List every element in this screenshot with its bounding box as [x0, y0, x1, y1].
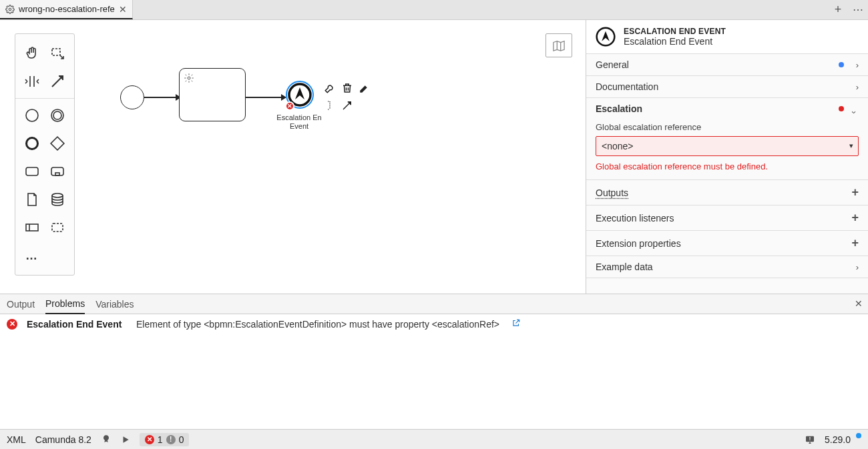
- escalation-icon: [596, 27, 616, 47]
- wrench-icon[interactable]: [323, 81, 337, 95]
- tab-title: wrong-no-escalation-refe: [19, 4, 115, 14]
- start-event-tool[interactable]: [22, 105, 42, 125]
- color-icon[interactable]: [358, 81, 371, 95]
- connect-icon[interactable]: [341, 99, 354, 112]
- view-xml[interactable]: XML: [7, 434, 26, 445]
- element-type: ESCALATION END EVENT: [624, 27, 726, 36]
- trash-icon[interactable]: [341, 81, 354, 95]
- close-icon[interactable]: ✕: [119, 4, 127, 15]
- section-extension-properties[interactable]: Extension properties +: [586, 231, 868, 256]
- chevron-right-icon: ›: [849, 82, 859, 92]
- deploy-button[interactable]: [101, 434, 112, 445]
- service-task[interactable]: [179, 68, 246, 121]
- end-event-tool[interactable]: [22, 133, 42, 153]
- sequence-flow-2[interactable]: [246, 97, 286, 98]
- error-dot: [839, 106, 844, 111]
- problem-row[interactable]: ✕ Escalation End Event Element of type <…: [0, 314, 868, 334]
- gear-icon: [5, 5, 15, 14]
- warning-icon: !: [166, 435, 176, 444]
- error-icon: ✕: [145, 435, 154, 444]
- problem-element-name: Escalation End Event: [27, 319, 127, 330]
- intermediate-event-tool[interactable]: [47, 105, 67, 125]
- space-tool[interactable]: [22, 71, 42, 91]
- section-execution-listeners[interactable]: Execution listeners +: [586, 205, 868, 230]
- error-badge-icon: ✕: [285, 101, 294, 111]
- tab-output[interactable]: Output: [7, 299, 35, 310]
- section-documentation[interactable]: Documentation ›: [586, 76, 868, 97]
- start-event[interactable]: [120, 85, 144, 109]
- engine-profile[interactable]: Camunda 8.2: [35, 434, 91, 445]
- element-label[interactable]: Escalation EnEvent: [272, 113, 326, 131]
- connect-tool[interactable]: [47, 71, 67, 91]
- tab-problems[interactable]: Problems: [45, 294, 85, 314]
- close-panel-icon[interactable]: ✕: [855, 298, 863, 309]
- status-bar: XML Camunda 8.2 ✕ 1 ! 0 ! 5.29.0: [0, 429, 868, 449]
- external-link-icon[interactable]: [511, 318, 521, 330]
- svg-point-5: [27, 138, 38, 149]
- feedback-button[interactable]: !: [805, 434, 815, 445]
- data-store-tool[interactable]: [47, 189, 67, 209]
- new-tab-button[interactable]: +: [828, 0, 848, 19]
- data-object-tool[interactable]: [22, 189, 42, 209]
- section-example-data[interactable]: Example data ›: [586, 256, 868, 278]
- pool-tool[interactable]: [22, 217, 42, 238]
- properties-header: ESCALATION END EVENT Escalation End Even…: [586, 20, 868, 54]
- svg-rect-11: [26, 224, 38, 231]
- section-escalation[interactable]: Escalation ›: [586, 98, 868, 119]
- bottom-tabs: Output Problems Variables ✕: [0, 294, 868, 314]
- sequence-flow-1[interactable]: [144, 97, 180, 98]
- svg-rect-9: [55, 173, 59, 175]
- svg-point-13: [188, 77, 190, 79]
- indicator-dot: [839, 62, 844, 67]
- svg-point-10: [52, 193, 63, 197]
- chevron-down-icon: ›: [849, 104, 859, 113]
- svg-rect-8: [51, 167, 63, 175]
- problem-message: Element of type <bpmn:EscalationEventDef…: [136, 319, 499, 330]
- lasso-tool[interactable]: [47, 43, 67, 63]
- plus-icon[interactable]: +: [849, 185, 859, 199]
- tab-bar: wrong-no-escalation-refe ✕ + ⋯: [0, 0, 868, 20]
- hand-tool[interactable]: [22, 43, 42, 63]
- annotation-icon[interactable]: [323, 99, 337, 112]
- field-error: Global escalation reference must be defi…: [596, 161, 859, 171]
- map-icon: [552, 39, 566, 51]
- chevron-right-icon: ›: [849, 262, 859, 272]
- svg-point-4: [53, 111, 61, 119]
- svg-text:!: !: [809, 436, 811, 442]
- svg-point-2: [26, 109, 38, 121]
- file-tab[interactable]: wrong-no-escalation-refe ✕: [0, 0, 133, 19]
- plus-icon[interactable]: +: [849, 236, 859, 250]
- error-icon: ✕: [7, 319, 17, 330]
- section-outputs[interactable]: Outputs +: [586, 180, 868, 205]
- tool-palette: …: [15, 33, 75, 276]
- version-label[interactable]: 5.29.0: [825, 434, 861, 445]
- escalation-ref-select[interactable]: <none>: [596, 136, 859, 156]
- svg-rect-1: [52, 49, 60, 55]
- more-elements[interactable]: …: [22, 246, 42, 266]
- run-button[interactable]: [121, 435, 130, 444]
- subprocess-tool[interactable]: [47, 161, 67, 181]
- section-general[interactable]: General ›: [586, 54, 868, 75]
- svg-rect-7: [26, 167, 38, 175]
- tab-variables[interactable]: Variables: [95, 299, 134, 310]
- more-menu-button[interactable]: ⋯: [848, 0, 868, 19]
- field-label: Global escalation reference: [596, 122, 859, 132]
- group-tool[interactable]: [47, 217, 67, 238]
- context-pad: [323, 81, 371, 112]
- plus-icon[interactable]: +: [849, 211, 859, 225]
- minimap-toggle[interactable]: [546, 33, 572, 57]
- element-name: Escalation End Event: [624, 36, 726, 47]
- gear-icon: [184, 73, 194, 83]
- update-dot: [856, 433, 861, 438]
- task-tool[interactable]: [22, 161, 42, 181]
- chevron-right-icon: ›: [849, 60, 859, 70]
- svg-rect-12: [52, 223, 63, 232]
- svg-rect-6: [51, 137, 64, 150]
- svg-point-0: [9, 8, 11, 11]
- problems-summary[interactable]: ✕ 1 ! 0: [140, 433, 190, 446]
- gateway-tool[interactable]: [47, 133, 67, 153]
